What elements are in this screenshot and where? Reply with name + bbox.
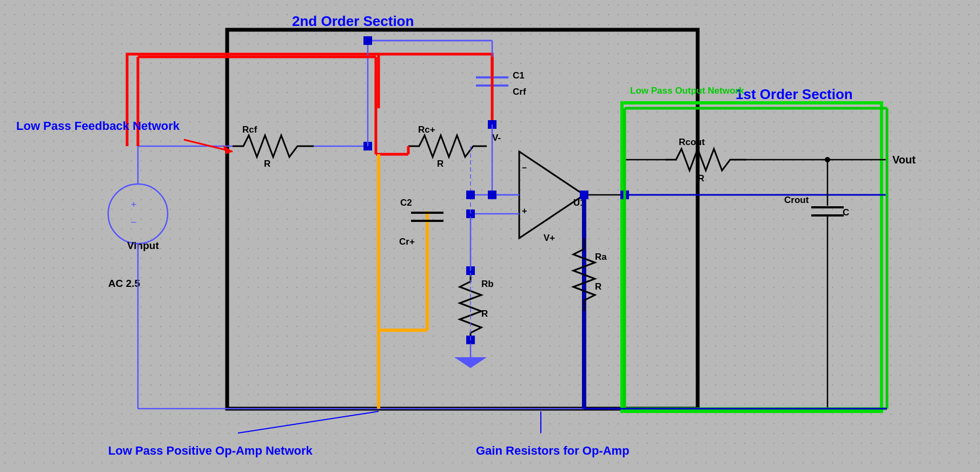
svg-text:+: + <box>131 199 137 210</box>
lp-feedback-label: Low Pass Feedback Network <box>16 119 180 133</box>
ra-resistor <box>573 238 595 311</box>
rcf-label: Rcf <box>242 124 257 135</box>
crplus-label: Cr+ <box>399 237 415 247</box>
ra-r-label: R <box>595 281 601 292</box>
c1-label: C1 <box>513 70 525 81</box>
rcplus-resistor <box>408 135 487 157</box>
rcout-r-label: R <box>698 173 704 183</box>
rb-r-label: R <box>481 309 488 319</box>
rcf-resistor <box>233 135 314 157</box>
ground-symbol <box>454 357 487 368</box>
second-order-label: 2nd Order Section <box>292 13 414 29</box>
rcout-label: Rcout <box>679 137 705 147</box>
crout-label: Crout <box>784 195 809 205</box>
vplus-label: + <box>522 206 527 215</box>
lp-positive-label: Low Pass Positive Op-Amp Network <box>108 444 313 457</box>
vinput-label: Vinput <box>127 240 159 251</box>
rcout-resistor <box>665 149 746 171</box>
junction-opamp-ra <box>580 191 588 199</box>
vplus-bot-label: V+ <box>544 233 555 243</box>
circuit-diagram: 2nd Order Section 1st Order Section Low … <box>0 0 980 472</box>
junction-vminus2 <box>488 191 496 199</box>
voltage-source <box>108 184 168 244</box>
rcplus-label: Rc+ <box>418 124 435 135</box>
ac-label: AC 2.5 <box>108 278 141 289</box>
first-order-box <box>622 103 882 411</box>
rcplus-r-label: R <box>437 159 443 169</box>
ra-label: Ra <box>595 252 607 262</box>
crf-label: Crf <box>513 87 526 97</box>
vminus-top-label: V- <box>492 133 501 143</box>
vminus-label: – <box>522 163 527 172</box>
first-order-label: 1st Order Section <box>736 86 853 102</box>
vout-label: Vout <box>892 154 916 166</box>
junction-crout-top <box>825 157 830 162</box>
svg-text:–: – <box>131 216 136 227</box>
lp-positive-arrow <box>238 411 379 433</box>
opamp-triangle <box>519 152 584 238</box>
rb-label: Rb <box>481 279 494 289</box>
crout-c-label: C <box>843 207 849 218</box>
feedback-path-red <box>127 54 492 146</box>
gain-resistors-label: Gain Resistors for Op-Amp <box>476 444 630 457</box>
junction-top-blue-left <box>363 36 372 45</box>
second-order-box <box>227 30 698 409</box>
c2-label: C2 <box>400 198 412 208</box>
rcf-r-label: R <box>264 159 270 169</box>
junction-main-h <box>466 191 475 199</box>
low-pass-output-label: Low Pass Output Network <box>630 86 744 96</box>
